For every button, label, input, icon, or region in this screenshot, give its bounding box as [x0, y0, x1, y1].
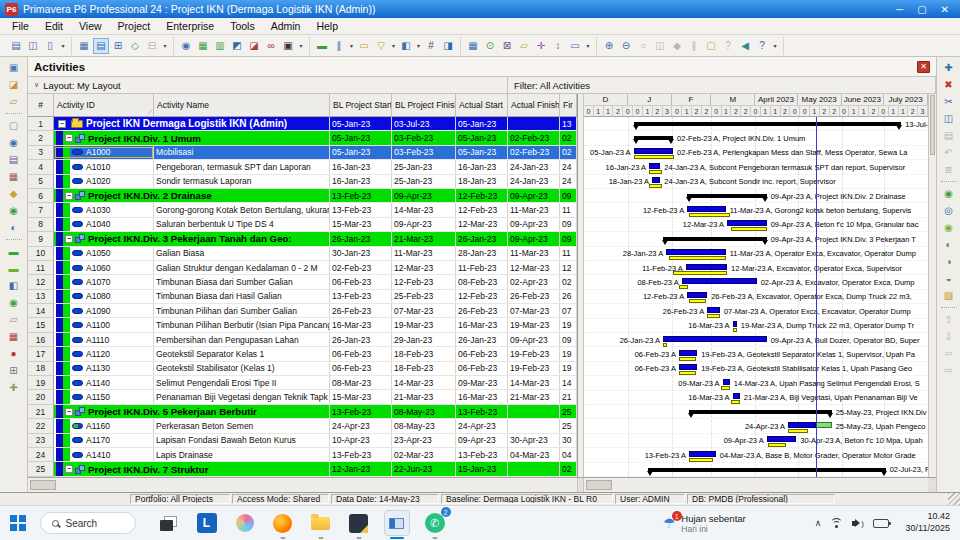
activity-row-A1090[interactable]: 14A1090Timbunan Pilihan dari Sumber Gali…: [28, 304, 577, 318]
reports-icon[interactable]: ▤: [5, 152, 22, 167]
date-cell-as[interactable]: 05-Jan-23: [456, 131, 508, 144]
row-number[interactable]: 16: [28, 333, 54, 347]
view-menu-caret[interactable]: ▾: [161, 38, 169, 54]
date-cell-as[interactable]: 13-Feb-23: [456, 405, 508, 418]
firefox-icon[interactable]: [270, 510, 296, 536]
summary-row-6[interactable]: 6−Project IKN.Div. 2 Drainase13-Feb-2309…: [28, 189, 577, 203]
assign-wbs-icon[interactable]: ▨: [940, 288, 957, 303]
date-cell-af[interactable]: 02-Feb-23: [508, 131, 560, 144]
date-cell-blf[interactable]: 14-Mar-23: [392, 376, 456, 389]
start-button[interactable]: [10, 515, 26, 531]
row-number[interactable]: 7: [28, 203, 54, 217]
activity-id-cell[interactable]: A1020: [54, 175, 154, 188]
collapse-icon[interactable]: −: [65, 408, 73, 416]
date-cell-bls[interactable]: 13-Feb-23: [330, 203, 392, 216]
filter-bar[interactable]: Filter: All Activities: [508, 77, 936, 93]
date-cell-blf[interactable]: 02-Mar-23: [392, 448, 456, 461]
constraints-icon[interactable]: ✛: [533, 38, 549, 54]
date-cell-blf[interactable]: 19-Mar-23: [392, 318, 456, 331]
date-cell-blf[interactable]: 21-Mar-23: [392, 232, 456, 245]
activity-row-A1140[interactable]: 19A1140Selimut Pengendali Erosi Tipe II0…: [28, 376, 577, 390]
assign-successor-icon[interactable]: ◒: [940, 271, 957, 286]
activity-name-cell[interactable]: Saluran berbentuk U Tipe DS 4: [154, 218, 330, 231]
date-cell-af[interactable]: 11-Mar-23: [508, 247, 560, 260]
date-cell-as[interactable]: 06-Feb-23: [456, 347, 508, 360]
remaining-bar[interactable]: [816, 422, 831, 428]
date-cell-af[interactable]: 11-Mar-23: [508, 203, 560, 216]
whats-new-icon[interactable]: ◀: [737, 38, 753, 54]
actual-bar[interactable]: [663, 336, 767, 342]
copy-icon[interactable]: ◫: [940, 111, 957, 126]
date-cell-af[interactable]: 19-Mar-23: [508, 318, 560, 331]
find-icon[interactable]: ◉: [178, 38, 194, 54]
date-cell-blf[interactable]: 21-Mar-23: [392, 390, 456, 403]
actual-bar[interactable]: [666, 249, 726, 255]
date-cell-as[interactable]: 16-Mar-23: [456, 318, 508, 331]
row-number[interactable]: 9: [28, 232, 54, 246]
activity-id-cell[interactable]: A1080: [54, 290, 154, 303]
fir-cell[interactable]: 02: [560, 462, 577, 475]
date-cell-blf[interactable]: 08-May-23: [392, 405, 456, 418]
online-help-icon[interactable]: ?: [754, 38, 770, 54]
fir-cell[interactable]: 02: [560, 146, 577, 159]
layout-options-bar[interactable]: ∨ Layout: My Layout: [28, 77, 508, 93]
summary-name-cell[interactable]: −Project IKN.Div. 3 Pekerjaan Tanah dan …: [54, 232, 330, 245]
collapse-icon[interactable]: −: [58, 120, 66, 128]
timescale-month-d[interactable]: D: [584, 94, 628, 105]
wifi-icon[interactable]: [830, 518, 843, 529]
spotlight-icon[interactable]: ↕: [550, 38, 566, 54]
date-cell-blf[interactable]: 09-Apr-23: [392, 218, 456, 231]
date-cell-as[interactable]: 26-Feb-23: [456, 304, 508, 317]
actual-bar[interactable]: [687, 206, 726, 212]
row-number[interactable]: 23: [28, 434, 54, 448]
date-cell-af[interactable]: 12-Mar-23: [508, 261, 560, 274]
activity-name-cell[interactable]: Lapisan Fondasi Bawah Beton Kurus: [154, 434, 330, 447]
user-prefs-icon[interactable]: ◐: [5, 220, 22, 235]
date-cell-af[interactable]: [508, 405, 560, 418]
date-cell-af[interactable]: 09-Apr-23: [508, 189, 560, 202]
date-cell-bls[interactable]: 26-Jan-23: [330, 232, 392, 245]
fir-cell[interactable]: 09: [560, 232, 577, 245]
summary-name-cell[interactable]: −Project IKN.Div. 2 Drainase: [54, 189, 330, 202]
activity-row-A1100[interactable]: 15A1100Timbunan Pilihan Berbutir (Isian …: [28, 318, 577, 332]
fir-cell[interactable]: 30: [560, 434, 577, 447]
date-cell-blf[interactable]: 25-Jan-23: [392, 175, 456, 188]
menu-tools[interactable]: Tools: [222, 19, 263, 33]
date-cell-as[interactable]: 16-Jan-23: [456, 160, 508, 173]
date-cell-af[interactable]: 19-Feb-23: [508, 362, 560, 375]
date-cell-af[interactable]: 09-Apr-23: [508, 218, 560, 231]
bottom-layout-icon[interactable]: ▭: [567, 38, 583, 54]
assign-role-icon[interactable]: ◉: [940, 220, 957, 235]
activity-name-cell[interactable]: Galian Biasa: [154, 247, 330, 260]
documents-icon[interactable]: ▱: [5, 312, 22, 327]
group-sort-icon[interactable]: ◧: [398, 38, 414, 54]
collapse-icon[interactable]: −: [65, 465, 73, 473]
notebook-icon[interactable]: ▱: [516, 38, 532, 54]
date-cell-af[interactable]: 24-Jan-23: [508, 160, 560, 173]
summary-bar[interactable]: [648, 468, 886, 472]
date-cell-af[interactable]: [508, 419, 560, 432]
date-cell-bls[interactable]: 10-Apr-23: [330, 434, 392, 447]
bars-icon[interactable]: ▬: [314, 38, 330, 54]
task-view-icon[interactable]: [156, 510, 182, 536]
timescale-month-july-2023[interactable]: July 2023: [884, 94, 928, 105]
activity-id-cell[interactable]: A1410: [54, 448, 154, 461]
row-number[interactable]: 12: [28, 275, 54, 289]
date-cell-as[interactable]: 06-Feb-23: [456, 362, 508, 375]
whatsapp-icon[interactable]: ✆2: [422, 510, 448, 536]
fir-cell[interactable]: 25: [560, 405, 577, 418]
activity-row-A1150[interactable]: 20A1150Penanaman Biji Vegetasi dengan Te…: [28, 390, 577, 404]
fir-cell[interactable]: 11: [560, 247, 577, 260]
date-cell-bls[interactable]: 05-Jan-23: [330, 146, 392, 159]
expenses-icon[interactable]: ▦: [5, 329, 22, 344]
wps-docs-icon[interactable]: ▬: [5, 261, 22, 276]
summary-row-25[interactable]: 25−Project IKN.Div. 7 Struktur12-Jan-232…: [28, 462, 577, 476]
activity-id-cell[interactable]: A1130: [54, 362, 154, 375]
activity-row-A1120[interactable]: 17A1120Geotekstil Separator Kelas 106-Fe…: [28, 347, 577, 361]
summary-name-cell[interactable]: −Project IKN.Div. 5 Pekerjaan Berbutir: [54, 405, 330, 418]
columns-icon[interactable]: ∥: [331, 38, 347, 54]
assign-predecessor-icon[interactable]: ◑: [940, 254, 957, 269]
fir-cell[interactable]: 09: [560, 189, 577, 202]
risks-icon[interactable]: ✚: [5, 380, 22, 395]
menu-view[interactable]: View: [71, 19, 110, 33]
